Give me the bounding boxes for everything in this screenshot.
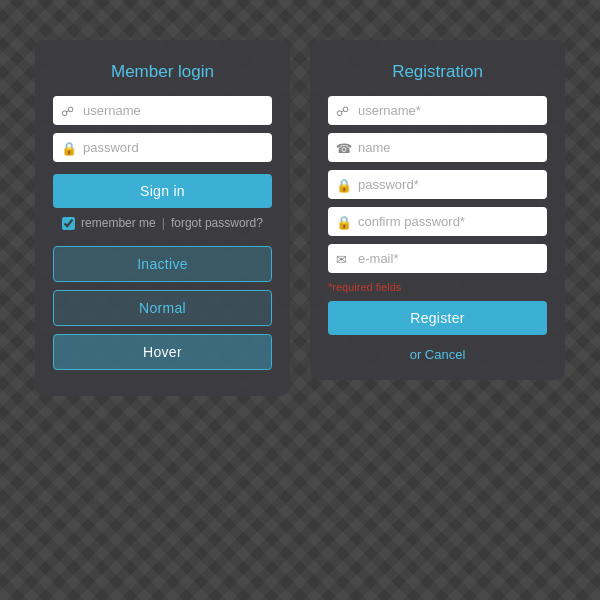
reg-password-group: 🔒 (328, 170, 547, 199)
reg-email-group: ✉ (328, 244, 547, 273)
reg-email-input[interactable] (328, 244, 547, 273)
remember-row: remember me | forgot password? (53, 216, 272, 230)
remember-label: remember me (81, 216, 156, 230)
username-group: ☍ (53, 96, 272, 125)
reg-password-input[interactable] (328, 170, 547, 199)
username-input[interactable] (53, 96, 272, 125)
reg-name-group: ☎ (328, 133, 547, 162)
inactive-button[interactable]: Inactive (53, 246, 272, 282)
login-title: Member login (53, 62, 272, 82)
register-button[interactable]: Register (328, 301, 547, 335)
password-group: 🔒 (53, 133, 272, 162)
hover-button[interactable]: Hover (53, 334, 272, 370)
registration-card: Registration ☍ ☎ 🔒 🔒 ✉ *required fields … (310, 40, 565, 380)
separator: | (162, 216, 165, 230)
forgot-password-link[interactable]: forgot password? (171, 216, 263, 230)
reg-confirm-group: 🔒 (328, 207, 547, 236)
login-card: Member login ☍ 🔒 Sign in remember me | f… (35, 40, 290, 396)
password-input[interactable] (53, 133, 272, 162)
reg-username-group: ☍ (328, 96, 547, 125)
reg-name-input[interactable] (328, 133, 547, 162)
reg-confirm-input[interactable] (328, 207, 547, 236)
cancel-link[interactable]: or Cancel (328, 347, 547, 362)
required-note: *required fields (328, 281, 547, 293)
remember-checkbox[interactable] (62, 217, 75, 230)
registration-title: Registration (328, 62, 547, 82)
normal-button[interactable]: Normal (53, 290, 272, 326)
signin-button[interactable]: Sign in (53, 174, 272, 208)
reg-username-input[interactable] (328, 96, 547, 125)
